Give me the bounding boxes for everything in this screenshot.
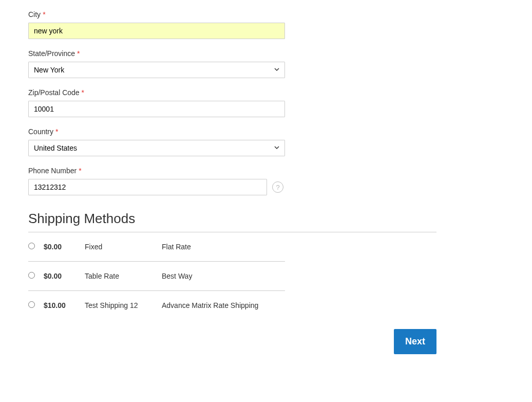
shipping-method-radio[interactable] [28,272,35,279]
shipping-carrier: Best Way [162,262,285,291]
shipping-method-name: Table Rate [85,262,162,291]
country-field: Country* United States [28,127,285,156]
phone-label: Phone Number* [28,167,285,175]
shipping-methods-table: $0.00 Fixed Flat Rate $0.00 Table Rate B… [28,232,285,320]
phone-input[interactable] [28,179,267,195]
country-select[interactable]: United States [28,140,285,156]
shipping-address-form: City* State/Province* New York Zip/Posta… [28,10,285,195]
state-label: State/Province* [28,49,285,58]
help-icon[interactable]: ? [272,181,283,193]
state-select[interactable]: New York [28,62,285,78]
shipping-method-radio[interactable] [28,243,35,249]
shipping-price: $10.00 [44,291,85,320]
shipping-method-row[interactable]: $10.00 Test Shipping 12 Advance Matrix R… [28,291,285,320]
actions-toolbar: Next [28,329,436,354]
phone-field: Phone Number* ? [28,167,285,195]
city-input[interactable] [28,23,285,39]
shipping-method-name: Test Shipping 12 [85,291,162,320]
shipping-method-row[interactable]: $0.00 Table Rate Best Way [28,262,285,291]
shipping-methods-title: Shipping Methods [28,211,504,227]
zip-field: Zip/Postal Code* [28,88,285,117]
shipping-methods-section: $0.00 Fixed Flat Rate $0.00 Table Rate B… [28,232,504,320]
zip-label: Zip/Postal Code* [28,88,285,97]
shipping-carrier: Advance Matrix Rate Shipping [162,291,285,320]
zip-input[interactable] [28,101,285,117]
country-label: Country* [28,127,285,136]
shipping-price: $0.00 [44,262,85,291]
shipping-method-radio[interactable] [28,301,35,308]
shipping-price: $0.00 [44,232,85,262]
city-field: City* [28,10,285,39]
next-button[interactable]: Next [394,329,436,354]
shipping-method-row[interactable]: $0.00 Fixed Flat Rate [28,232,285,262]
shipping-carrier: Flat Rate [162,232,285,262]
shipping-method-name: Fixed [85,232,162,262]
city-label: City* [28,10,285,19]
state-field: State/Province* New York [28,49,285,78]
